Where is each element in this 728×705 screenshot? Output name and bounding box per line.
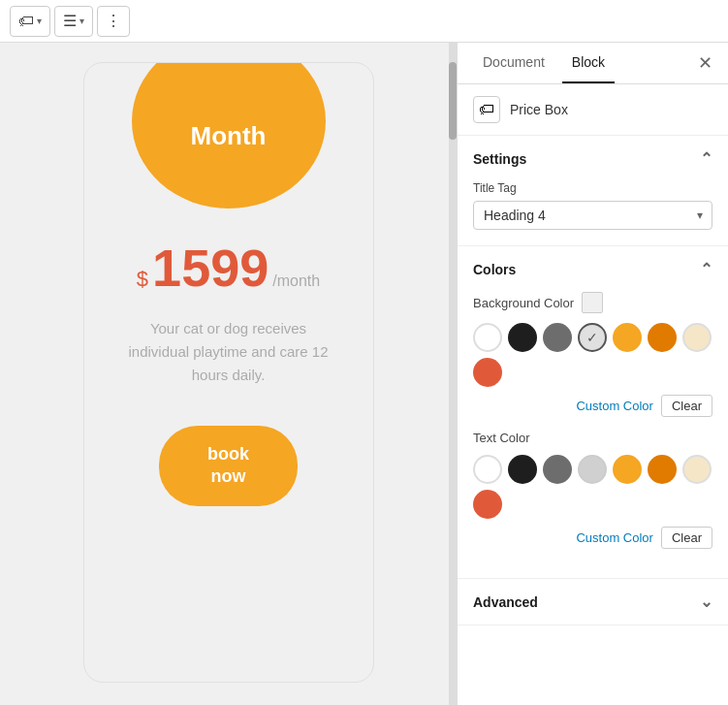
title-tag-label: Title Tag <box>473 181 712 195</box>
advanced-chevron-down: ⌄ <box>700 593 712 611</box>
toolbar-btn-2[interactable]: ☰ ▾ <box>54 6 93 37</box>
bg-swatch-gray-light[interactable]: ✓ <box>578 323 607 352</box>
text-clear-button[interactable]: Clear <box>661 527 712 549</box>
tab-document[interactable]: Document <box>473 43 554 83</box>
right-panel: Document Block ✕ 🏷 Price Box Settings ⌃ … <box>457 43 728 705</box>
bg-custom-color-link[interactable]: Custom Color <box>576 399 652 413</box>
colors-body: Background Color ✓ Custom Color <box>458 292 728 578</box>
bg-swatch-red[interactable] <box>473 358 502 387</box>
text-swatch-orange-light[interactable] <box>613 455 642 484</box>
panel-tabs: Document Block ✕ <box>458 43 728 84</box>
price-description: Your cat or dog receives individual play… <box>84 298 373 406</box>
price-box-label: Price Box <box>510 102 568 117</box>
dollar-sign: $ <box>137 267 148 292</box>
align-icon: ☰ <box>63 12 77 30</box>
bg-clear-button[interactable]: Clear <box>661 395 712 417</box>
bg-color-preview <box>582 292 603 313</box>
title-tag-select[interactable]: Heading 1 Heading 2 Heading 3 Heading 4 … <box>473 201 712 230</box>
month-label: Month <box>191 121 267 151</box>
bg-swatches: ✓ <box>473 323 712 387</box>
price-number: 1599 <box>152 238 269 298</box>
bg-swatch-orange-dark[interactable] <box>648 323 677 352</box>
price-box-header: 🏷 Price Box <box>458 84 728 136</box>
text-swatch-white[interactable] <box>473 455 502 484</box>
bg-color-row: Background Color <box>473 292 712 313</box>
editor-area: Month $ 1599 /month Your cat or dog rece… <box>0 43 457 705</box>
text-swatch-gray-dark[interactable] <box>543 455 572 484</box>
text-swatch-gray-light[interactable] <box>578 455 607 484</box>
settings-label: Settings <box>473 151 526 167</box>
text-swatch-orange-dark[interactable] <box>648 455 677 484</box>
text-swatch-red[interactable] <box>473 490 502 519</box>
price-amount: $ 1599 /month <box>137 238 320 298</box>
text-color-label: Text Color <box>473 431 530 445</box>
tab-block[interactable]: Block <box>562 43 615 83</box>
more-icon: ⋮ <box>106 12 121 30</box>
text-swatch-cream[interactable] <box>682 455 712 484</box>
book-button[interactable]: booknow <box>159 426 298 506</box>
colors-chevron-up: ⌃ <box>700 260 712 278</box>
price-box-block-icon: 🏷 <box>473 96 500 123</box>
toolbar-btn-more[interactable]: ⋮ <box>97 6 130 37</box>
toolbar-btn-1[interactable]: 🏷 ▾ <box>10 6 50 37</box>
toolbar-chevron-2: ▾ <box>79 16 84 26</box>
price-card-top: Month <box>132 62 326 208</box>
colors-section: Colors ⌃ Background Color ✓ <box>458 246 728 579</box>
bg-swatch-black[interactable] <box>508 323 537 352</box>
advanced-label: Advanced <box>473 594 538 610</box>
text-color-row: Text Color <box>473 431 712 445</box>
bg-color-label: Background Color <box>473 296 574 310</box>
settings-section: Settings ⌃ Title Tag Heading 1 Heading 2… <box>458 136 728 246</box>
text-custom-color-link[interactable]: Custom Color <box>576 530 652 545</box>
settings-body: Title Tag Heading 1 Heading 2 Heading 3 … <box>458 181 728 245</box>
bg-swatch-white[interactable] <box>473 323 502 352</box>
colors-section-header[interactable]: Colors ⌃ <box>458 246 728 292</box>
text-color-actions: Custom Color Clear <box>473 527 712 549</box>
check-mark: ✓ <box>586 330 598 345</box>
settings-chevron-up: ⌃ <box>700 149 712 168</box>
title-tag-wrapper: Heading 1 Heading 2 Heading 3 Heading 4 … <box>473 201 712 230</box>
toolbar: 🏷 ▾ ☰ ▾ ⋮ <box>0 0 728 43</box>
price-box-icon-toolbar: 🏷 <box>18 13 34 30</box>
scrollbar[interactable] <box>449 43 457 705</box>
settings-section-header[interactable]: Settings ⌃ <box>458 136 728 181</box>
bg-swatch-gray-dark[interactable] <box>543 323 572 352</box>
close-icon[interactable]: ✕ <box>698 52 712 74</box>
bg-color-actions: Custom Color Clear <box>473 395 712 417</box>
price-card: Month $ 1599 /month Your cat or dog rece… <box>83 62 374 683</box>
advanced-section: Advanced ⌄ <box>458 579 728 625</box>
toolbar-chevron-1: ▾ <box>37 16 42 26</box>
scrollbar-thumb <box>449 62 457 140</box>
price-period: /month <box>272 272 320 290</box>
text-swatches <box>473 455 712 519</box>
advanced-section-header[interactable]: Advanced ⌄ <box>458 579 728 625</box>
bg-swatch-cream[interactable] <box>682 323 712 352</box>
text-swatch-black[interactable] <box>508 455 537 484</box>
colors-label: Colors <box>473 262 516 277</box>
main-layout: Month $ 1599 /month Your cat or dog rece… <box>0 43 728 705</box>
bg-swatch-orange-light[interactable] <box>613 323 642 352</box>
